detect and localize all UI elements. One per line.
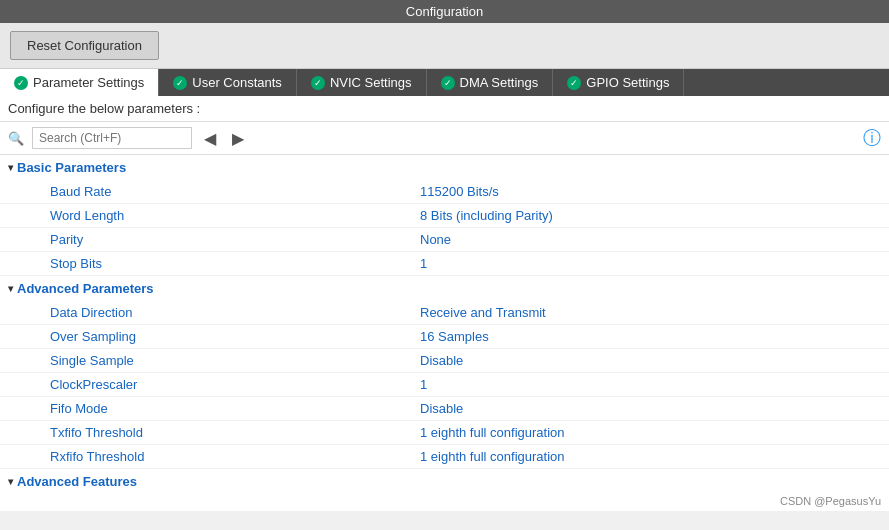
search-icon: 🔍: [8, 131, 24, 146]
tab-label: GPIO Settings: [586, 75, 669, 90]
tabs-bar: ✓Parameter Settings✓User Constants✓NVIC …: [0, 69, 889, 96]
section-label: Basic Parameters: [17, 160, 126, 175]
check-icon: ✓: [311, 76, 325, 90]
title-label: Configuration: [406, 4, 483, 19]
check-icon: ✓: [441, 76, 455, 90]
param-row[interactable]: Word Length8 Bits (including Parity): [0, 204, 889, 228]
search-input[interactable]: [32, 127, 192, 149]
param-row[interactable]: Data DirectionReceive and Transmit: [0, 301, 889, 325]
tab-label: NVIC Settings: [330, 75, 412, 90]
param-value: 1: [420, 256, 427, 271]
tab-nvic-settings[interactable]: ✓NVIC Settings: [297, 69, 427, 96]
info-icon-button[interactable]: ⓘ: [863, 126, 881, 150]
search-bar: 🔍 ◀ ▶ ⓘ: [0, 122, 889, 155]
param-row[interactable]: Baud Rate115200 Bits/s: [0, 180, 889, 204]
tab-dma-settings[interactable]: ✓DMA Settings: [427, 69, 554, 96]
param-value: Disable: [420, 401, 463, 416]
param-value: Disable: [420, 353, 463, 368]
param-row[interactable]: Stop Bits1: [0, 252, 889, 276]
nav-forward-button[interactable]: ▶: [228, 127, 248, 150]
tab-label: Parameter Settings: [33, 75, 144, 90]
tab-label: DMA Settings: [460, 75, 539, 90]
param-name: Baud Rate: [50, 184, 420, 199]
param-name: Data Direction: [50, 305, 420, 320]
chevron-down-icon: ▾: [8, 283, 13, 294]
content-area: ▾Basic ParametersBaud Rate115200 Bits/sW…: [0, 155, 889, 511]
watermark: CSDN @PegasusYu: [780, 495, 881, 507]
param-name: Single Sample: [50, 353, 420, 368]
param-row[interactable]: Txfifo Threshold1 eighth full configurat…: [0, 421, 889, 445]
chevron-down-icon: ▾: [8, 476, 13, 487]
param-value: 1 eighth full configuration: [420, 425, 565, 440]
check-icon: ✓: [173, 76, 187, 90]
section-header-basic-parameters[interactable]: ▾Basic Parameters: [0, 155, 889, 180]
section-label: Advanced Parameters: [17, 281, 154, 296]
tab-gpio-settings[interactable]: ✓GPIO Settings: [553, 69, 684, 96]
param-row[interactable]: Over Sampling16 Samples: [0, 325, 889, 349]
param-row[interactable]: ParityNone: [0, 228, 889, 252]
param-value: 16 Samples: [420, 329, 489, 344]
param-value: 1 eighth full configuration: [420, 449, 565, 464]
param-value: 1: [420, 377, 427, 392]
reset-config-button[interactable]: Reset Configuration: [10, 31, 159, 60]
param-name: Rxfifo Threshold: [50, 449, 420, 464]
nav-back-button[interactable]: ◀: [200, 127, 220, 150]
tab-user-constants[interactable]: ✓User Constants: [159, 69, 297, 96]
section-label: Advanced Features: [17, 474, 137, 489]
info-text: Configure the below parameters :: [8, 101, 200, 116]
param-row[interactable]: ClockPrescaler1: [0, 373, 889, 397]
chevron-down-icon: ▾: [8, 162, 13, 173]
param-value: 115200 Bits/s: [420, 184, 499, 199]
param-name: Over Sampling: [50, 329, 420, 344]
check-icon: ✓: [14, 76, 28, 90]
param-name: Word Length: [50, 208, 420, 223]
param-row[interactable]: Fifo ModeDisable: [0, 397, 889, 421]
param-name: Parity: [50, 232, 420, 247]
check-icon: ✓: [567, 76, 581, 90]
param-value: None: [420, 232, 451, 247]
param-row[interactable]: Single SampleDisable: [0, 349, 889, 373]
param-name: Fifo Mode: [50, 401, 420, 416]
param-value: 8 Bits (including Parity): [420, 208, 553, 223]
title-bar: Configuration: [0, 0, 889, 23]
tab-param-settings[interactable]: ✓Parameter Settings: [0, 69, 159, 96]
param-name: ClockPrescaler: [50, 377, 420, 392]
toolbar: Reset Configuration: [0, 23, 889, 69]
param-name: Stop Bits: [50, 256, 420, 271]
param-value: Receive and Transmit: [420, 305, 546, 320]
section-header-advanced-features[interactable]: ▾Advanced Features: [0, 469, 889, 494]
params-list: ▾Basic ParametersBaud Rate115200 Bits/sW…: [0, 155, 889, 511]
param-name: Txfifo Threshold: [50, 425, 420, 440]
section-header-advanced-parameters[interactable]: ▾Advanced Parameters: [0, 276, 889, 301]
param-row[interactable]: Rxfifo Threshold1 eighth full configurat…: [0, 445, 889, 469]
info-bar: Configure the below parameters :: [0, 96, 889, 122]
tab-label: User Constants: [192, 75, 282, 90]
